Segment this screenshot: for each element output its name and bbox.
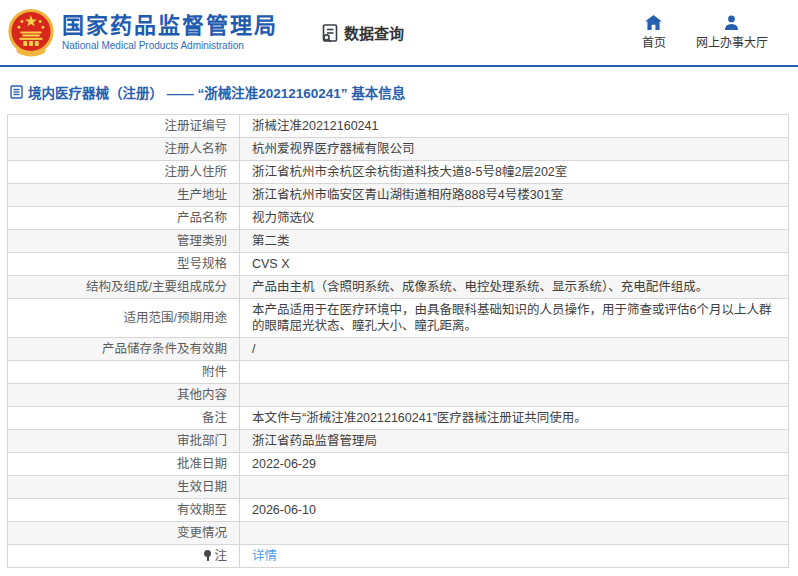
row-value: 2026-06-10 (240, 499, 789, 522)
table-row: 生产地址浙江省杭州市临安区青山湖街道相府路888号4号楼301室 (8, 184, 789, 207)
brand-text: 国家药品监督管理局 National Medical Products Admi… (62, 13, 278, 52)
row-value: / (240, 338, 789, 361)
row-value: 详情 (240, 545, 789, 568)
document-icon (10, 85, 23, 99)
top-nav: 首页 网上办事大厅 (642, 15, 768, 50)
data-query-icon (320, 23, 340, 43)
row-value (240, 384, 789, 407)
row-label: 变更情况 (8, 522, 240, 545)
row-value: 浙江省杭州市临安区青山湖街道相府路888号4号楼301室 (240, 184, 789, 207)
row-label: 注册人名称 (8, 138, 240, 161)
table-row: 结构及组成/主要组成成分产品由主机（含照明系统、成像系统、电控处理系统、显示系统… (8, 276, 789, 299)
row-label: 注册证编号 (8, 115, 240, 138)
row-value (240, 522, 789, 545)
row-label: 产品名称 (8, 207, 240, 230)
row-label: 有效期至 (8, 499, 240, 522)
table-row: 审批部门浙江省药品监督管理局 (8, 430, 789, 453)
user-icon (724, 15, 739, 30)
table-row: 变更情况 (8, 522, 789, 545)
row-value: 第二类 (240, 230, 789, 253)
row-value: CVS X (240, 253, 789, 276)
note-pin-icon (204, 550, 212, 561)
row-label: 审批部门 (8, 430, 240, 453)
agency-name-cn: 国家药品监督管理局 (62, 13, 278, 39)
row-value: 视力筛选仪 (240, 207, 789, 230)
row-label: 适用范围/预期用途 (8, 299, 240, 338)
nav-home-label: 首页 (642, 33, 666, 50)
row-value: 2022-06-29 (240, 453, 789, 476)
table-row: 有效期至2026-06-10 (8, 499, 789, 522)
agency-name-en: National Medical Products Administration (62, 39, 278, 52)
national-emblem-icon (8, 8, 54, 57)
brand: 国家药品监督管理局 National Medical Products Admi… (8, 8, 278, 57)
detail-link[interactable]: 详情 (252, 549, 277, 563)
table-row: 型号规格CVS X (8, 253, 789, 276)
nav-service-hall[interactable]: 网上办事大厅 (696, 15, 768, 50)
table-row: 注册人住所浙江省杭州市余杭区余杭街道科技大道8-5号8幢2层202室 (8, 161, 789, 184)
row-value: 浙械注准20212160241 (240, 115, 789, 138)
page-title-bar: 境内医疗器械（注册） —— “浙械注准20212160241” 基本信息 (0, 67, 798, 114)
row-label: 型号规格 (8, 253, 240, 276)
row-value: 浙江省杭州市余杭区余杭街道科技大道8-5号8幢2层202室 (240, 161, 789, 184)
row-label: 产品储存条件及有效期 (8, 338, 240, 361)
row-label: 生效日期 (8, 476, 240, 499)
table-row: 附件 (8, 361, 789, 384)
info-table-body: 注册证编号浙械注准20212160241注册人名称杭州爱视界医疗器械有限公司注册… (8, 115, 789, 568)
row-value (240, 361, 789, 384)
table-row: 注详情 (8, 545, 789, 568)
data-query-menu[interactable]: 数据查询 (320, 22, 404, 43)
table-row: 注册证编号浙械注准20212160241 (8, 115, 789, 138)
row-value: 浙江省药品监督管理局 (240, 430, 789, 453)
row-value: 本文件与“浙械注准20212160241”医疗器械注册证共同使用。 (240, 407, 789, 430)
table-row: 其他内容 (8, 384, 789, 407)
row-label: 管理类别 (8, 230, 240, 253)
row-label: 备注 (8, 407, 240, 430)
page-title: 境内医疗器械（注册） —— “浙械注准20212160241” 基本信息 (28, 82, 405, 102)
table-row: 注册人名称杭州爱视界医疗器械有限公司 (8, 138, 789, 161)
nav-service-hall-label: 网上办事大厅 (696, 33, 768, 50)
row-label: 注册人住所 (8, 161, 240, 184)
table-row: 产品名称视力筛选仪 (8, 207, 789, 230)
table-row: 产品储存条件及有效期/ (8, 338, 789, 361)
row-value (240, 476, 789, 499)
row-label: 其他内容 (8, 384, 240, 407)
table-row: 备注本文件与“浙械注准20212160241”医疗器械注册证共同使用。 (8, 407, 789, 430)
nav-home[interactable]: 首页 (642, 15, 666, 50)
home-icon (645, 15, 662, 30)
row-label: 生产地址 (8, 184, 240, 207)
row-value: 产品由主机（含照明系统、成像系统、电控处理系统、显示系统）、充电配件组成。 (240, 276, 789, 299)
table-row: 批准日期2022-06-29 (8, 453, 789, 476)
table-row: 生效日期 (8, 476, 789, 499)
row-label: 批准日期 (8, 453, 240, 476)
info-table: 注册证编号浙械注准20212160241注册人名称杭州爱视界医疗器械有限公司注册… (7, 114, 789, 568)
table-row: 适用范围/预期用途本产品适用于在医疗环境中，由具备眼科基础知识的人员操作，用于筛… (8, 299, 789, 338)
header: 国家药品监督管理局 National Medical Products Admi… (0, 0, 798, 67)
row-label: 附件 (8, 361, 240, 384)
row-label: 注 (8, 545, 240, 568)
data-query-label: 数据查询 (344, 22, 404, 43)
table-row: 管理类别第二类 (8, 230, 789, 253)
row-value: 杭州爱视界医疗器械有限公司 (240, 138, 789, 161)
row-value: 本产品适用于在医疗环境中，由具备眼科基础知识的人员操作，用于筛查或评估6个月以上… (240, 299, 789, 338)
row-label: 结构及组成/主要组成成分 (8, 276, 240, 299)
